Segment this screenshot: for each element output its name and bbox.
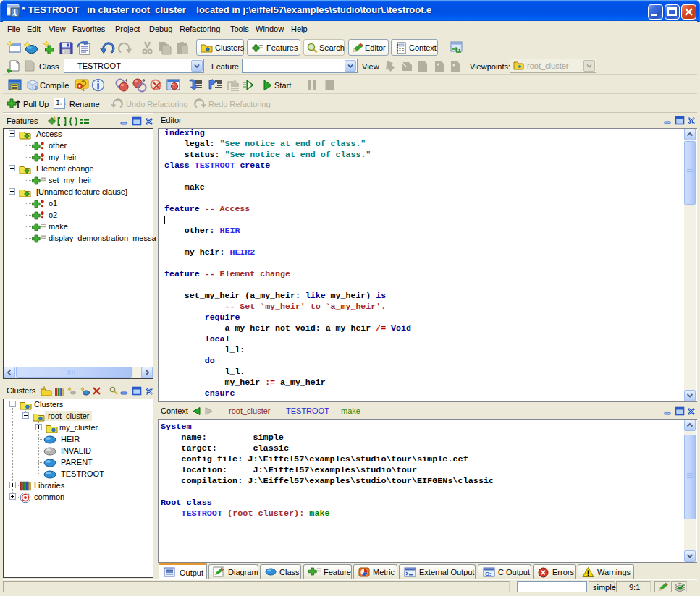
svg-text:C:: C: — [485, 571, 491, 577]
